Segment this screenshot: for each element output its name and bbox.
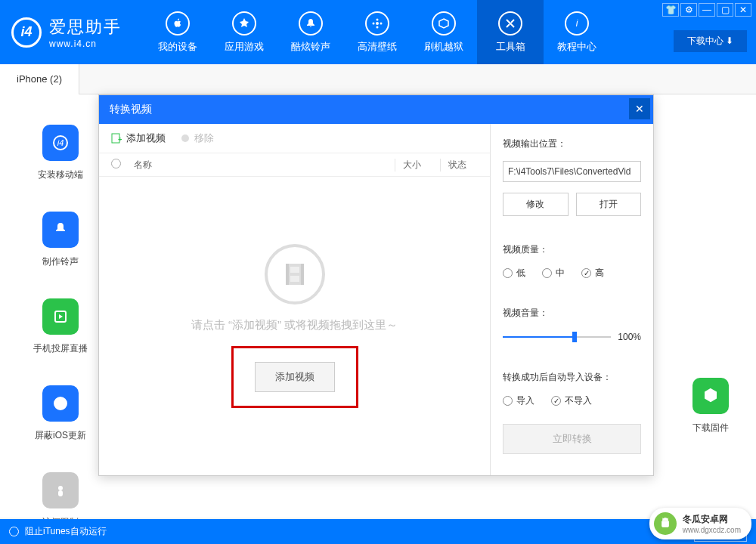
- maximize-icon[interactable]: ▢: [717, 3, 733, 17]
- modal-right-pane: 视频输出位置： F:\i4Tools7\Files\ConvertedVid 修…: [491, 124, 653, 475]
- device-tabs: iPhone (2): [0, 64, 756, 94]
- app-url: www.i4.cn: [49, 39, 122, 49]
- quality-mid[interactable]: 中: [542, 267, 565, 280]
- svg-point-2: [376, 26, 379, 28]
- convert-button[interactable]: 立即转换: [503, 424, 641, 454]
- volume-label: 视频音量：: [503, 307, 641, 320]
- empty-hint: 请点击 “添加视频” 或将视频拖拽到这里～: [191, 318, 398, 332]
- skin-icon[interactable]: 👕: [662, 3, 679, 17]
- modal-toolbar: +添加视频 移除: [99, 124, 490, 153]
- app-name: 爱思助手: [49, 16, 122, 39]
- watermark: 冬瓜安卓网 www.dgxcdz.com: [649, 508, 751, 539]
- svg-rect-16: [286, 264, 289, 285]
- info-icon: i: [565, 11, 589, 36]
- logo-badge-icon: i4: [11, 17, 42, 48]
- tool-ringtone[interactable]: 制作铃声: [42, 212, 79, 268]
- flower-icon: [365, 11, 389, 36]
- svg-rect-11: [58, 490, 63, 496]
- highlight-box: 添加视频: [231, 346, 358, 408]
- volume-value: 100%: [618, 332, 641, 342]
- autoimport-label: 转换成功后自动导入设备：: [503, 371, 641, 384]
- add-video-button[interactable]: 添加视频: [255, 362, 335, 392]
- col-name: 名称: [134, 159, 395, 172]
- android-icon: [654, 512, 677, 535]
- col-checkbox[interactable]: [111, 159, 134, 171]
- tool-column-right: 下载固件: [692, 378, 729, 434]
- film-icon: [265, 244, 325, 304]
- add-file-icon: +: [111, 133, 122, 144]
- output-path-field[interactable]: F:\i4Tools7\Files\ConvertedVid: [503, 161, 641, 182]
- output-path-label: 视频输出位置：: [503, 138, 641, 150]
- svg-text:i4: i4: [57, 138, 64, 147]
- quality-radios: 低 中 高: [503, 267, 641, 280]
- watermark-title: 冬瓜安卓网: [683, 513, 741, 526]
- remove-icon: [181, 134, 190, 143]
- tab-iphone[interactable]: iPhone (2): [0, 64, 79, 94]
- watermark-url: www.dgxcdz.com: [683, 526, 741, 534]
- close-icon[interactable]: ✕: [735, 3, 751, 17]
- quality-low[interactable]: 低: [503, 267, 525, 280]
- bell-icon: [299, 11, 323, 36]
- topbar: i4 爱思助手 www.i4.cn 我的设备 应用游戏 酷炫铃声 高清壁纸 刷机…: [0, 0, 756, 64]
- autoimport-radios: 导入 不导入: [503, 394, 641, 407]
- box-icon: [432, 11, 456, 36]
- nav-wallpapers[interactable]: 高清壁纸: [344, 0, 411, 64]
- tool-screencast[interactable]: 手机投屏直播: [33, 298, 88, 355]
- tool-canvas: i4安装移动端 制作铃声 手机投屏直播 屏蔽iOS更新 访问限制 下载固件 转换…: [0, 94, 756, 518]
- status-radio-icon[interactable]: [9, 527, 19, 536]
- nav-jailbreak[interactable]: 刷机越狱: [411, 0, 477, 64]
- tools-icon: [498, 11, 522, 36]
- convert-video-modal: 转换视频 ✕ +添加视频 移除 名称 大小 状态 请点击 “添加视频” 或将视频…: [98, 94, 654, 476]
- svg-point-0: [376, 22, 379, 25]
- nav-ringtones[interactable]: 酷炫铃声: [277, 0, 344, 64]
- tool-download-firmware[interactable]: 下载固件: [692, 378, 729, 434]
- tool-block-update[interactable]: 屏蔽iOS更新: [35, 385, 86, 442]
- autoimport-no[interactable]: 不导入: [551, 394, 592, 407]
- toolbar-remove: 移除: [181, 131, 214, 145]
- col-size: 大小: [395, 159, 440, 172]
- quality-label: 视频质量：: [503, 243, 641, 256]
- minimize-icon[interactable]: —: [699, 3, 715, 17]
- apple-icon: [166, 11, 190, 36]
- svg-point-14: [181, 134, 189, 142]
- tool-column-left: i4安装移动端 制作铃声 手机投屏直播 屏蔽iOS更新 访问限制: [33, 125, 88, 529]
- modal-titlebar[interactable]: 转换视频 ✕: [99, 95, 653, 124]
- modify-button[interactable]: 修改: [503, 193, 569, 216]
- nav-my-device[interactable]: 我的设备: [144, 0, 211, 64]
- list-header: 名称 大小 状态: [99, 153, 490, 177]
- modal-title: 转换视频: [110, 103, 152, 116]
- svg-text:i: i: [576, 18, 578, 29]
- toolbar-add-video[interactable]: +添加视频: [111, 131, 166, 145]
- col-status: 状态: [440, 159, 478, 172]
- download-center-button[interactable]: 下载中心 ⬇: [674, 30, 747, 52]
- svg-point-4: [380, 22, 383, 24]
- modal-left-pane: +添加视频 移除 名称 大小 状态 请点击 “添加视频” 或将视频拖拽到这里～ …: [99, 124, 491, 475]
- nav-tutorials[interactable]: i教程中心: [544, 0, 610, 64]
- window-controls: 👕 ⚙ — ▢ ✕: [662, 3, 751, 17]
- volume-slider[interactable]: 100%: [503, 330, 641, 344]
- svg-rect-18: [290, 267, 299, 273]
- svg-text:+: +: [118, 135, 122, 144]
- svg-point-3: [373, 22, 375, 24]
- nav-apps[interactable]: 应用游戏: [211, 0, 277, 64]
- empty-state: 请点击 “添加视频” 或将视频拖拽到这里～ 添加视频: [99, 177, 490, 475]
- status-bar: 阻止iTunes自动运行 V7.93 意见反馈: [0, 519, 756, 544]
- svg-rect-19: [290, 276, 299, 282]
- svg-point-1: [376, 18, 379, 20]
- modal-close-button[interactable]: ✕: [629, 98, 650, 119]
- svg-rect-17: [301, 264, 304, 285]
- status-itunes[interactable]: 阻止iTunes自动运行: [25, 525, 107, 538]
- appstore-icon: [232, 11, 256, 36]
- nav-toolbox[interactable]: 工具箱: [477, 0, 544, 64]
- settings-icon[interactable]: ⚙: [680, 3, 697, 17]
- autoimport-yes[interactable]: 导入: [503, 394, 534, 407]
- app-logo: i4 爱思助手 www.i4.cn: [11, 16, 122, 49]
- tool-install-mobile[interactable]: i4安装移动端: [38, 125, 83, 181]
- svg-point-10: [58, 486, 63, 490]
- quality-high[interactable]: 高: [581, 267, 604, 280]
- open-button[interactable]: 打开: [576, 193, 642, 216]
- main-nav: 我的设备 应用游戏 酷炫铃声 高清壁纸 刷机越狱 工具箱 i教程中心: [144, 0, 610, 64]
